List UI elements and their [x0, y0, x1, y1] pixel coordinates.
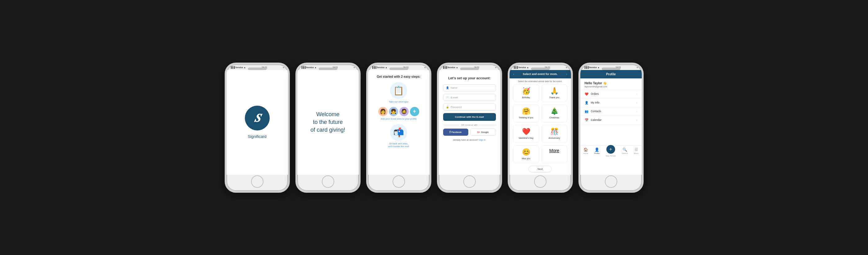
next-button[interactable]: Next — [528, 166, 552, 172]
event-anniversary[interactable]: 🎊 Anniversary — [541, 125, 567, 143]
tab-bar: 🏠 Home 👤 Profile + New Person 🔍 Search ☰ — [580, 145, 642, 159]
status-bar-6: ▐▐▐ Service ▲ 19:02 ▪▪ — [580, 65, 642, 70]
event-subtitle: Select the estimated arrival date for th… — [509, 78, 571, 84]
myinfo-label: My Info — [591, 101, 599, 104]
name-field[interactable]: 👤 Name — [443, 84, 496, 92]
profile-header-title: Profile — [584, 73, 638, 76]
phone-splash: ▐▐▐ Service ▲ 19:02 ▪▪ 𝑺 Significard — [225, 63, 290, 193]
profile-screen: Profile Hello Taylor 👋 taylorsmith@gmail… — [580, 70, 642, 175]
status-time-2: 19:02 — [332, 66, 338, 69]
facebook-button[interactable]: f Facebook — [443, 129, 468, 136]
email-field[interactable]: ✉️ E-mail — [443, 94, 496, 101]
calendar-chevron-icon: › — [636, 118, 637, 122]
menu-item-myinfo[interactable]: 👤 My Info › — [580, 99, 642, 107]
calendar-icon: 📅 — [585, 118, 588, 122]
app-logo: 𝑺 — [245, 106, 270, 131]
status-time-1: 19:02 — [261, 66, 267, 69]
profile-menu: ❤️ Orders › 👤 My Info › — [580, 90, 642, 175]
status-signal-2: ▐▐▐ Service ▲ — [301, 66, 317, 69]
thinking-emoji: 🤗 — [522, 107, 530, 115]
thankyou-emoji: 🙏 — [550, 87, 559, 95]
tab-menu[interactable]: ☰ Menu — [634, 147, 639, 157]
google-button[interactable]: G+ Google — [470, 129, 496, 136]
step-1-label: Take our short quiz — [389, 100, 408, 103]
tab-new-person[interactable]: + New Person — [606, 147, 616, 157]
status-time-3: 19:02 — [403, 66, 409, 69]
add-person-icon[interactable]: + — [607, 145, 615, 154]
tab-profile[interactable]: 👤 Profile — [594, 147, 599, 157]
home-icon: 🏠 — [583, 147, 588, 152]
orders-label: Orders — [591, 92, 599, 96]
splash-screen: 𝑺 Significard — [226, 70, 288, 175]
steps-title: Get started with 2 easy steps: — [377, 75, 421, 78]
signin-prompt: Already have an account? Sign in — [453, 139, 485, 141]
forward-arrow-icon[interactable]: › — [566, 73, 567, 76]
step-2-label: Add your loved ones to your profile — [381, 117, 417, 120]
account-screen: Let's set up your account: 👤 Name ✉️ E-m… — [439, 70, 500, 175]
missyou-label: Miss you — [522, 157, 530, 159]
status-icons-3: ▪▪ — [424, 67, 426, 69]
anniversary-label: Anniversary — [549, 137, 560, 139]
google-icon: G+ — [477, 131, 480, 133]
password-field[interactable]: 🔒 Password — [443, 104, 496, 111]
avatar-add[interactable]: + — [410, 107, 419, 116]
tab-profile-label: Profile — [594, 152, 599, 154]
welcome-line3: of card giving! — [310, 127, 345, 133]
phone-profile: ▐▐▐ Service ▲ 19:02 ▪▪ Profile Hello Tay… — [579, 63, 644, 193]
tab-search-label: Search — [622, 152, 628, 154]
status-icons-4: ▪▪ — [495, 67, 496, 69]
avatar-1: 👩 — [378, 107, 388, 116]
event-thinking[interactable]: 🤗 Thinking of you — [513, 104, 539, 122]
status-icons-2: ▪▪ — [353, 67, 355, 69]
event-christmas[interactable]: 🎄 Christmas — [541, 104, 567, 122]
welcome-line2: to the future — [313, 119, 343, 125]
christmas-emoji: 🎄 — [550, 107, 559, 115]
status-icons-5: ▪▪ — [566, 67, 567, 69]
event-header: ‹ Select and event for mom. › — [509, 70, 571, 78]
avatar-2: 👧 — [389, 107, 398, 116]
event-thankyou[interactable]: 🙏 Thank you — [541, 84, 567, 102]
status-bar-4: ▐▐▐ Service ▲ 19:02 ▪▪ — [439, 65, 500, 70]
step-1: 📋 Take our short quiz — [389, 82, 408, 103]
signin-link[interactable]: Sign in — [479, 139, 485, 141]
event-birthday[interactable]: 🥳 Birthday — [513, 84, 539, 102]
phone-welcome: ▐▐▐ Service ▲ 19:02 ▪▪ Welcome to the fu… — [296, 63, 361, 193]
contacts-icon: 👥 — [585, 110, 588, 113]
status-signal-6: ▐▐▐ Service ▲ — [584, 66, 600, 69]
tab-search[interactable]: 🔍 Search — [622, 147, 628, 157]
step-2: 👩 👧 🧔 + Add your loved ones to your prof… — [378, 107, 419, 120]
profile-tab-icon: 👤 — [595, 147, 599, 152]
search-icon: 🔍 — [622, 147, 627, 152]
event-valentine[interactable]: ❤️ Valentine's Day — [513, 125, 539, 143]
calendar-label: Calendar — [591, 118, 602, 121]
continue-button[interactable]: Continue with the E-mail — [443, 113, 496, 121]
myinfo-icon: 👤 — [585, 101, 588, 104]
status-icons-1: ▪▪ — [283, 67, 284, 69]
email-placeholder: E-mail — [451, 96, 458, 99]
steps-screen: Get started with 2 easy steps: 📋 Take ou… — [368, 70, 430, 175]
password-icon: 🔒 — [446, 106, 449, 108]
menu-item-calendar[interactable]: 📅 Calendar › — [580, 116, 642, 124]
status-bar-5: ▐▐▐ Service ▲ 19:02 ▪▪ — [509, 65, 571, 70]
menu-item-orders[interactable]: ❤️ Orders › — [580, 90, 642, 99]
google-label: Google — [481, 131, 489, 133]
menu-item-contacts[interactable]: 👥 Contacts › — [580, 107, 642, 116]
status-bar-2: ▐▐▐ Service ▲ 19:02 ▪▪ — [297, 65, 359, 70]
phone-account: ▐▐▐ Service ▲ 19:02 ▪▪ Let's set up your… — [437, 63, 502, 193]
status-time-4: 19:02 — [474, 66, 479, 69]
status-bar-3: ▐▐▐ Service ▲ 19:02 ▪▪ — [368, 65, 430, 70]
step-3-label: Sit back and relax,we'll handle the rest… — [388, 142, 409, 148]
tab-home-label: Home — [583, 152, 588, 154]
fb-icon: f — [450, 131, 450, 134]
event-more[interactable]: More — [541, 145, 567, 163]
step-3-icon: 📬 — [390, 124, 407, 141]
status-icons-6: ▪▪ — [637, 67, 638, 69]
tab-home[interactable]: 🏠 Home — [583, 147, 588, 157]
email-icon: ✉️ — [446, 96, 449, 99]
orders-icon: ❤️ — [585, 92, 588, 96]
event-missyou[interactable]: 😊 Miss you — [513, 145, 539, 163]
welcome-line1: Welcome — [316, 111, 340, 117]
avatar-3: 🧔 — [399, 107, 409, 116]
phone-events: ▐▐▐ Service ▲ 19:02 ▪▪ ‹ Select and even… — [508, 63, 573, 193]
valentine-label: Valentine's Day — [519, 137, 533, 139]
